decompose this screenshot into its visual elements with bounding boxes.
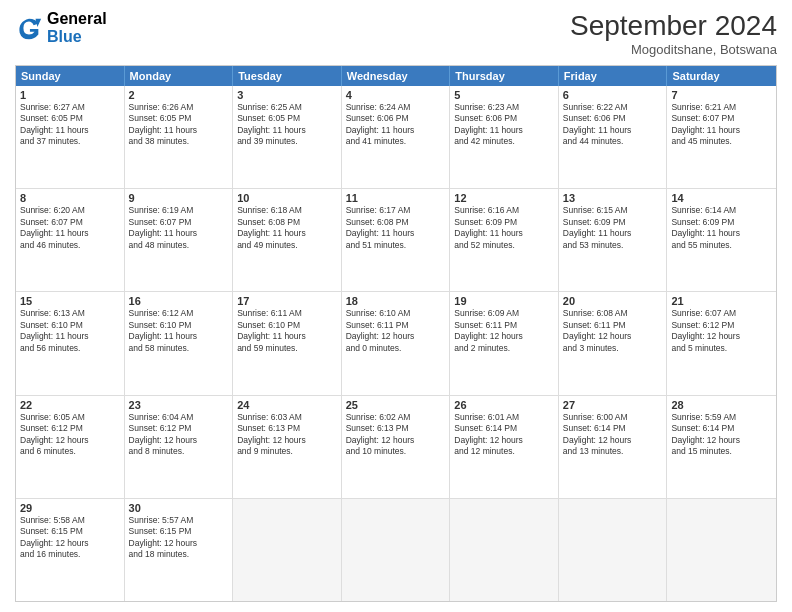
cell-line-1: Sunset: 6:14 PM xyxy=(563,423,663,434)
cal-cell: 12Sunrise: 6:16 AMSunset: 6:09 PMDayligh… xyxy=(450,189,559,291)
cal-cell: 29Sunrise: 5:58 AMSunset: 6:15 PMDayligh… xyxy=(16,499,125,601)
cell-line-3: and 2 minutes. xyxy=(454,343,554,354)
cal-cell: 5Sunrise: 6:23 AMSunset: 6:06 PMDaylight… xyxy=(450,86,559,188)
cell-line-2: Daylight: 11 hours xyxy=(129,125,229,136)
day-number: 6 xyxy=(563,89,663,101)
cell-line-3: and 3 minutes. xyxy=(563,343,663,354)
cell-line-0: Sunrise: 6:13 AM xyxy=(20,308,120,319)
cal-cell: 7Sunrise: 6:21 AMSunset: 6:07 PMDaylight… xyxy=(667,86,776,188)
cell-line-1: Sunset: 6:09 PM xyxy=(671,217,772,228)
cell-line-2: Daylight: 12 hours xyxy=(563,331,663,342)
cal-cell: 6Sunrise: 6:22 AMSunset: 6:06 PMDaylight… xyxy=(559,86,668,188)
cell-line-2: Daylight: 11 hours xyxy=(563,125,663,136)
cell-line-3: and 6 minutes. xyxy=(20,446,120,457)
cell-line-2: Daylight: 11 hours xyxy=(563,228,663,239)
cell-line-0: Sunrise: 6:01 AM xyxy=(454,412,554,423)
day-number: 18 xyxy=(346,295,446,307)
day-number: 3 xyxy=(237,89,337,101)
cal-cell: 14Sunrise: 6:14 AMSunset: 6:09 PMDayligh… xyxy=(667,189,776,291)
cell-line-2: Daylight: 11 hours xyxy=(346,228,446,239)
cal-cell: 9Sunrise: 6:19 AMSunset: 6:07 PMDaylight… xyxy=(125,189,234,291)
cell-line-0: Sunrise: 6:05 AM xyxy=(20,412,120,423)
cell-line-0: Sunrise: 6:14 AM xyxy=(671,205,772,216)
cell-line-2: Daylight: 11 hours xyxy=(237,331,337,342)
cell-line-2: Daylight: 11 hours xyxy=(20,228,120,239)
cell-line-3: and 58 minutes. xyxy=(129,343,229,354)
cell-line-2: Daylight: 12 hours xyxy=(346,435,446,446)
day-number: 15 xyxy=(20,295,120,307)
cell-line-1: Sunset: 6:09 PM xyxy=(454,217,554,228)
cell-line-3: and 18 minutes. xyxy=(129,549,229,560)
location: Mogoditshane, Botswana xyxy=(570,42,777,57)
logo-blue: Blue xyxy=(47,28,107,46)
cell-line-2: Daylight: 11 hours xyxy=(20,125,120,136)
cell-line-3: and 56 minutes. xyxy=(20,343,120,354)
cal-cell: 16Sunrise: 6:12 AMSunset: 6:10 PMDayligh… xyxy=(125,292,234,394)
day-number: 24 xyxy=(237,399,337,411)
header-day-saturday: Saturday xyxy=(667,66,776,86)
day-number: 29 xyxy=(20,502,120,514)
cal-cell: 3Sunrise: 6:25 AMSunset: 6:05 PMDaylight… xyxy=(233,86,342,188)
cell-line-3: and 51 minutes. xyxy=(346,240,446,251)
day-number: 7 xyxy=(671,89,772,101)
cal-row-3: 15Sunrise: 6:13 AMSunset: 6:10 PMDayligh… xyxy=(16,292,776,395)
header-day-thursday: Thursday xyxy=(450,66,559,86)
cell-line-1: Sunset: 6:15 PM xyxy=(129,526,229,537)
day-number: 16 xyxy=(129,295,229,307)
cell-line-3: and 16 minutes. xyxy=(20,549,120,560)
day-number: 23 xyxy=(129,399,229,411)
cell-line-2: Daylight: 11 hours xyxy=(671,125,772,136)
cell-line-2: Daylight: 11 hours xyxy=(129,228,229,239)
cell-line-1: Sunset: 6:11 PM xyxy=(454,320,554,331)
logo-icon xyxy=(15,14,43,42)
cell-line-2: Daylight: 12 hours xyxy=(454,331,554,342)
cell-line-1: Sunset: 6:12 PM xyxy=(129,423,229,434)
cell-line-0: Sunrise: 6:18 AM xyxy=(237,205,337,216)
cell-line-0: Sunrise: 5:57 AM xyxy=(129,515,229,526)
cal-cell: 22Sunrise: 6:05 AMSunset: 6:12 PMDayligh… xyxy=(16,396,125,498)
cell-line-3: and 59 minutes. xyxy=(237,343,337,354)
day-number: 11 xyxy=(346,192,446,204)
cell-line-3: and 10 minutes. xyxy=(346,446,446,457)
cal-cell xyxy=(342,499,451,601)
cell-line-0: Sunrise: 6:22 AM xyxy=(563,102,663,113)
cell-line-1: Sunset: 6:05 PM xyxy=(237,113,337,124)
cell-line-0: Sunrise: 6:08 AM xyxy=(563,308,663,319)
header: General Blue September 2024 Mogoditshane… xyxy=(15,10,777,57)
cell-line-0: Sunrise: 6:16 AM xyxy=(454,205,554,216)
cal-cell: 8Sunrise: 6:20 AMSunset: 6:07 PMDaylight… xyxy=(16,189,125,291)
cell-line-1: Sunset: 6:05 PM xyxy=(129,113,229,124)
cell-line-0: Sunrise: 6:11 AM xyxy=(237,308,337,319)
cell-line-2: Daylight: 11 hours xyxy=(346,125,446,136)
day-number: 8 xyxy=(20,192,120,204)
cell-line-3: and 45 minutes. xyxy=(671,136,772,147)
header-day-monday: Monday xyxy=(125,66,234,86)
cell-line-1: Sunset: 6:10 PM xyxy=(237,320,337,331)
cell-line-0: Sunrise: 6:09 AM xyxy=(454,308,554,319)
cell-line-0: Sunrise: 6:19 AM xyxy=(129,205,229,216)
cal-row-2: 8Sunrise: 6:20 AMSunset: 6:07 PMDaylight… xyxy=(16,189,776,292)
cell-line-3: and 49 minutes. xyxy=(237,240,337,251)
cal-cell: 13Sunrise: 6:15 AMSunset: 6:09 PMDayligh… xyxy=(559,189,668,291)
cell-line-2: Daylight: 11 hours xyxy=(671,228,772,239)
cell-line-3: and 53 minutes. xyxy=(563,240,663,251)
cal-cell: 30Sunrise: 5:57 AMSunset: 6:15 PMDayligh… xyxy=(125,499,234,601)
cell-line-0: Sunrise: 6:26 AM xyxy=(129,102,229,113)
cell-line-2: Daylight: 11 hours xyxy=(454,125,554,136)
cell-line-2: Daylight: 11 hours xyxy=(237,228,337,239)
cal-cell: 24Sunrise: 6:03 AMSunset: 6:13 PMDayligh… xyxy=(233,396,342,498)
day-number: 17 xyxy=(237,295,337,307)
cell-line-3: and 8 minutes. xyxy=(129,446,229,457)
cell-line-1: Sunset: 6:12 PM xyxy=(20,423,120,434)
cal-row-1: 1Sunrise: 6:27 AMSunset: 6:05 PMDaylight… xyxy=(16,86,776,189)
header-day-friday: Friday xyxy=(559,66,668,86)
day-number: 9 xyxy=(129,192,229,204)
cell-line-1: Sunset: 6:09 PM xyxy=(563,217,663,228)
cell-line-1: Sunset: 6:10 PM xyxy=(129,320,229,331)
cal-cell: 11Sunrise: 6:17 AMSunset: 6:08 PMDayligh… xyxy=(342,189,451,291)
cell-line-3: and 13 minutes. xyxy=(563,446,663,457)
cell-line-1: Sunset: 6:15 PM xyxy=(20,526,120,537)
day-number: 22 xyxy=(20,399,120,411)
day-number: 21 xyxy=(671,295,772,307)
day-number: 12 xyxy=(454,192,554,204)
